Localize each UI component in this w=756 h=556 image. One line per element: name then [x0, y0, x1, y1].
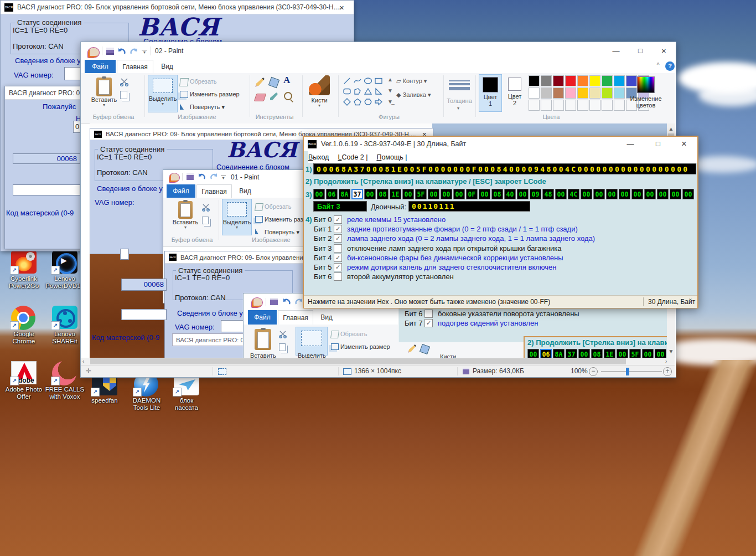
close-button[interactable]: ×	[653, 42, 675, 59]
minimize-button[interactable]: —	[604, 42, 628, 59]
color1-button[interactable]: Цвет1	[479, 74, 502, 112]
palette-swatch[interactable]	[614, 87, 625, 99]
palette-swatch[interactable]	[565, 87, 576, 99]
hex-byte[interactable]: 37	[351, 189, 363, 199]
ribbon-collapse-icon[interactable]: ^	[654, 62, 662, 68]
desktop-icon-power2go[interactable]: ↗CyberlinkPower2Go	[3, 250, 44, 290]
bit-checkbox[interactable]	[334, 272, 342, 281]
dialog-value-input[interactable]: 00068	[13, 153, 80, 164]
tab-view[interactable]: Вид	[154, 60, 180, 73]
hex-byte[interactable]: 5F	[415, 189, 427, 199]
shapes-more-icon[interactable]: ▼̲	[387, 99, 393, 105]
scroll-left-icon[interactable]: ‹	[82, 358, 84, 364]
palette-swatch-empty[interactable]	[577, 100, 588, 111]
shapes-scroll-up-icon[interactable]: ▲	[387, 76, 393, 83]
cut-icon[interactable]	[120, 78, 129, 86]
palette-swatch[interactable]	[577, 87, 588, 99]
bit-checkbox[interactable]: ✓	[334, 254, 342, 262]
shape-tool-icon[interactable]	[373, 86, 384, 96]
thickness-caret[interactable]: ▾	[457, 106, 459, 111]
brushes-button[interactable]: Кисти▾	[305, 74, 333, 108]
desktop-icon-powerdvd[interactable]: ↗LenovoPowerDVD10	[44, 250, 85, 290]
copy-icon[interactable]	[120, 91, 127, 99]
thickness-label[interactable]: Толщина	[446, 97, 473, 104]
palette-swatch[interactable]	[589, 87, 600, 99]
scroll-right-icon[interactable]: ›	[665, 358, 667, 364]
hex-byte[interactable]: 5F	[629, 349, 641, 358]
hex-byte[interactable]: 00	[581, 189, 592, 199]
shape-tool-icon[interactable]	[352, 86, 363, 96]
hex-byte[interactable]: 00	[642, 349, 654, 358]
hex-byte[interactable]: 00	[402, 189, 414, 199]
rotate-label[interactable]: Повернуть ▾	[190, 104, 225, 111]
qat-customize-icon[interactable]: ▾	[142, 50, 147, 55]
hex-byte[interactable]: 00	[670, 189, 681, 199]
hex-byte[interactable]: 1E	[390, 189, 401, 199]
paste-button[interactable]: Вставить▾	[88, 76, 120, 111]
magnifier-icon[interactable]	[284, 92, 292, 100]
scroll-up-icon[interactable]: ▲	[667, 126, 675, 132]
hex-byte[interactable]: 00	[682, 189, 694, 199]
thickness-icon[interactable]	[449, 79, 470, 92]
hex-byte[interactable]: 00	[527, 349, 539, 358]
palette-swatch[interactable]	[602, 75, 613, 86]
hex-byte[interactable]: 08	[491, 189, 503, 199]
shape-tool-icon[interactable]	[341, 86, 352, 96]
desktop-icon-adobe[interactable]: dobe↗Adobe PhotoOffer	[3, 361, 44, 400]
menu-item[interactable]: LCode 2 |	[338, 153, 367, 161]
zoom-slider-thumb[interactable]	[626, 368, 629, 375]
palette-swatch[interactable]	[589, 75, 600, 86]
eraser-icon[interactable]	[254, 94, 267, 101]
hex-byte[interactable]: 00	[617, 349, 628, 358]
palette-swatch-empty[interactable]	[553, 100, 564, 111]
tab-file[interactable]: Файл	[85, 60, 116, 73]
horizontal-scroll-thumb[interactable]	[90, 358, 626, 364]
outline-label[interactable]: ▱ Контур ▾	[396, 78, 427, 85]
menu-item[interactable]: Выход	[308, 153, 329, 161]
fill-label[interactable]: ◆ Заливка ▾	[396, 91, 431, 99]
hex-byte[interactable]: 1E	[604, 349, 615, 358]
hex-byte[interactable]: 4C	[568, 189, 579, 199]
palette-swatch-empty[interactable]	[541, 100, 552, 111]
hex-byte[interactable]: 00	[655, 349, 666, 358]
hex-byte[interactable]: 00	[364, 189, 376, 199]
lcode-hex-string[interactable]: 00068A3700081E005F0000000F00084000094800…	[313, 163, 696, 174]
scroll-down-icon[interactable]: ▼	[668, 348, 674, 354]
pencil-icon[interactable]	[255, 78, 265, 87]
shapes-scroll-down-icon[interactable]: ▼	[387, 87, 393, 94]
hex-byte[interactable]: 00	[441, 189, 452, 199]
palette-swatch[interactable]	[529, 75, 540, 86]
shape-tool-icon[interactable]	[341, 96, 352, 107]
maximize-button[interactable]: □	[650, 140, 666, 148]
bit-checkbox[interactable]: ✓	[334, 234, 342, 243]
hex-byte[interactable]: 00	[313, 189, 325, 199]
crop-icon[interactable]	[179, 78, 189, 86]
crop-label[interactable]: Обрезать	[190, 78, 217, 85]
text-tool-icon[interactable]: A	[283, 75, 290, 86]
hex-byte[interactable]: 00	[631, 189, 643, 199]
shape-tool-icon[interactable]	[373, 75, 384, 86]
hex-byte[interactable]: 40	[504, 189, 516, 199]
shape-tool-icon[interactable]	[341, 75, 352, 86]
desktop-icon-daemon[interactable]: ↗DAEMONTools Lite	[126, 372, 167, 411]
help-icon[interactable]: ?	[665, 61, 675, 71]
palette-swatch[interactable]	[614, 75, 625, 86]
desktop-icon-chrome[interactable]: ↗GoogleChrome	[3, 306, 44, 345]
binary-value[interactable]: 00110111	[408, 201, 530, 212]
minimize-button[interactable]: —	[622, 140, 639, 148]
tab-home[interactable]: Главная	[117, 60, 153, 73]
hex-byte[interactable]: 00	[428, 189, 439, 199]
palette-swatch-empty[interactable]	[614, 100, 625, 111]
palette-swatch-empty[interactable]	[589, 100, 600, 111]
hex-byte[interactable]: 08	[377, 189, 389, 199]
palette-swatch-empty[interactable]	[602, 100, 613, 111]
bit-checkbox[interactable]: ✓	[334, 215, 342, 224]
hex-byte[interactable]: 06	[326, 189, 338, 199]
hex-byte[interactable]: 0F	[466, 189, 478, 199]
shape-tool-icon[interactable]	[352, 75, 363, 86]
resize-label[interactable]: Изменить размер	[190, 91, 240, 97]
bit-checkbox[interactable]	[334, 244, 342, 253]
palette-swatch[interactable]	[553, 75, 564, 86]
palette-swatch[interactable]	[541, 75, 552, 86]
select-button[interactable]: Выделить▾	[148, 75, 178, 112]
